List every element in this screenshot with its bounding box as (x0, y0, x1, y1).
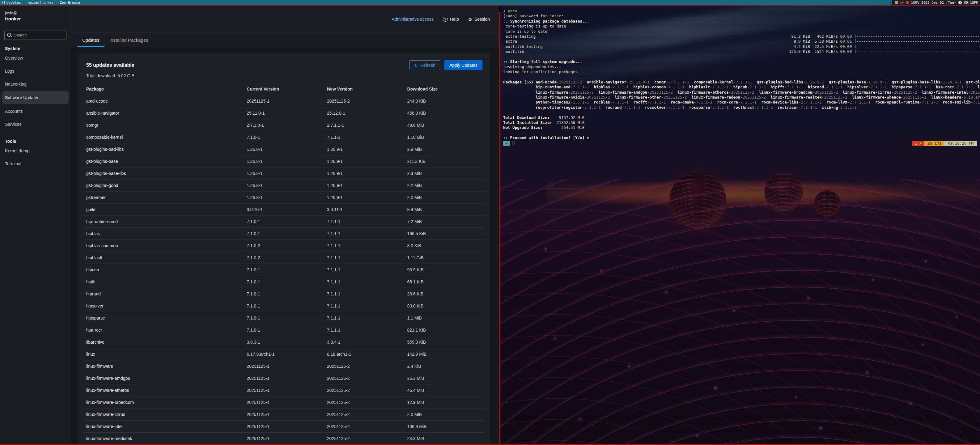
package-name: hip-runtime-amd (536, 85, 571, 89)
weather-icon (895, 1, 898, 4)
download-size: 12.9 MiB (404, 400, 485, 405)
new-version: 7.1.1-1 (325, 135, 405, 140)
table-row: linux-firmware-intel20251125-120251125-2… (84, 421, 485, 433)
battery-icon (906, 1, 909, 4)
admin-access-link[interactable]: Administrative access (392, 17, 434, 22)
terminal-text: :: (503, 135, 510, 140)
package-version: -1.26.9-1 (866, 80, 887, 84)
package-version: -7.1.1-1 (971, 100, 980, 105)
package-name: linux-firmware-cirrus (843, 90, 892, 95)
sidebar-username: josie@ (5, 10, 66, 16)
download-size: 49.6 MiB (404, 123, 485, 128)
new-version: 1.26.9-1 (325, 195, 405, 200)
current-version: 20251125-1 (244, 412, 325, 417)
refresh-button[interactable]: ↻ Refresh (409, 60, 440, 70)
package-list-line: Packages (55) amd-ucode-20251125-2 ansib… (503, 80, 980, 85)
package-name: linux-firmware-radeon (691, 95, 740, 100)
table-row: amd-ucode20251125-120251125-2244.0 KiB (84, 95, 485, 107)
packages-count-label: Packages (55) (503, 80, 536, 84)
package-version: -20251125-2 (661, 95, 687, 100)
new-version: 7.1.1-1 (325, 243, 405, 248)
refresh-icon: ↻ (414, 63, 418, 68)
help-menu[interactable]: ? Help (443, 17, 459, 22)
download-size: 1.10 GiB (404, 135, 485, 140)
sidebar-item-logs[interactable]: Logs (0, 65, 71, 78)
table-row: hipblaslt7.1.0-27.1.1-11.11 GiB (84, 252, 485, 264)
totals-label: Net Upgrade Size: (503, 125, 543, 130)
terminal-window[interactable]: ❯ paru[sudo] password for josie::: Synch… (500, 6, 980, 444)
apply-updates-button[interactable]: Apply Updates (444, 60, 482, 70)
package-version: -7.1.1-1 (582, 105, 601, 110)
package-name: guile (84, 207, 244, 212)
current-version: 20251125-1 (244, 99, 325, 103)
package-name: linux-firmware-cirrus (84, 412, 244, 417)
window-title: Updates - josie@fronker — Zen Browser (6, 1, 82, 5)
current-version: 20251125-1 (244, 388, 325, 393)
package-version: -25.12.0-1 (627, 80, 650, 84)
download-size: 2.3 MiB (404, 171, 485, 176)
package-name: hipblas (84, 231, 244, 236)
package-version: -6.18.arch1-1 (961, 95, 980, 100)
sidebar: josie@ fronker System OverviewLogsNetwor… (0, 6, 71, 444)
terminal-line: core-testing is up to date (503, 24, 980, 29)
current-version: 20251125-1 (244, 364, 325, 369)
package-version: -2.3.1-2 (838, 105, 857, 110)
package-name: hipcub (84, 267, 244, 272)
package-name: roctracer (778, 105, 799, 110)
sidebar-item-software-updates[interactable]: Software Updates (2, 91, 68, 104)
sidebar-item-kernel-dump[interactable]: Kernel dump (0, 144, 71, 157)
current-version: 3.0.10-1 (244, 207, 325, 212)
package-name: hipsolver (847, 85, 869, 89)
package-name: hipsparse (84, 316, 244, 321)
table-row: hipblas7.1.0-17.1.1-1166.5 KiB (84, 228, 485, 240)
sidebar-item-accounts[interactable]: Accounts (0, 105, 71, 118)
terminal-text: [sudo] password for josie: (503, 14, 564, 18)
package-name: rocfft (633, 100, 647, 105)
header-actions: ↻ Refresh Apply Updates (409, 60, 482, 70)
search-icon (7, 33, 11, 37)
sidebar-item-services[interactable]: Services (0, 118, 71, 131)
package-name: zlib-ng (822, 105, 838, 110)
totals-value: 21852.56 MiB (552, 120, 584, 125)
sidebar-item-networking[interactable]: Networking (0, 78, 71, 91)
terminal-text: resolving dependencies... (503, 64, 561, 69)
package-version: -20251125-2 (647, 90, 673, 95)
terminal-output: ❯ paru[sudo] password for josie::: Synch… (503, 9, 980, 444)
package-name: linux-firmware-mediatek (84, 436, 244, 441)
help-icon: ? (443, 17, 448, 22)
table-row: hipblas-common7.1.0-27.1.1-18.0 KiB (84, 240, 485, 252)
terminal-line: multilib125.0 KiB 1524 KiB/s 00:00 [----… (503, 49, 980, 54)
sidebar-item-terminal[interactable]: Terminal (0, 157, 71, 170)
package-name: linux-firmware-other (615, 95, 661, 100)
download-size: 2.4 KiB (404, 364, 485, 369)
status-date: 2025 Dec 02 (Tue) (921, 1, 956, 5)
package-name: python-tinycss2 (536, 100, 571, 105)
package-name: gst-plugins-bad-libs (757, 80, 803, 84)
search-input[interactable] (4, 30, 67, 40)
new-version: 7.1.1-1 (325, 279, 405, 284)
session-menu[interactable]: ⚙ Session (468, 17, 490, 22)
terminal-blank-line (503, 54, 980, 59)
table-row: linux-firmware-mediatek20251125-12025112… (84, 433, 485, 444)
new-version: 25.12.0-1 (325, 111, 405, 116)
terminal-line: extra-testing 91.2 KiB 402 KiB/s 00:00 [… (503, 34, 980, 39)
totals-line: Total Download Size: 5137.92 MiB (503, 115, 980, 120)
session-label: Session (474, 17, 490, 22)
package-name: linux-firmware-realtek (770, 95, 822, 100)
tab-updates[interactable]: Updates (77, 33, 105, 47)
terminal-text: looking for conflicting packages... (503, 70, 584, 74)
sidebar-item-overview[interactable]: Overview (0, 52, 71, 65)
current-version: 7.1.0-1 (244, 291, 325, 296)
package-name: linux-firmware-intel (921, 90, 968, 95)
package-name: gst-plugins-base (829, 80, 866, 84)
host-block: josie@ fronker (0, 6, 71, 24)
tab-installed-packages[interactable]: Installed Packages (105, 33, 153, 47)
package-name: linux-firmware (84, 364, 244, 369)
help-label: Help (450, 17, 459, 22)
current-version: 3.8.3-1 (244, 340, 325, 345)
prompt-right-status: 1 ✗2m 17s09:18:20 PM (912, 141, 977, 146)
package-name: linux-firmware-amdgpu (84, 376, 244, 381)
package-name: hsa-rocr (936, 85, 955, 89)
terminal-text: multilib (503, 49, 524, 54)
current-version: 7.1.0-1 (244, 316, 325, 321)
